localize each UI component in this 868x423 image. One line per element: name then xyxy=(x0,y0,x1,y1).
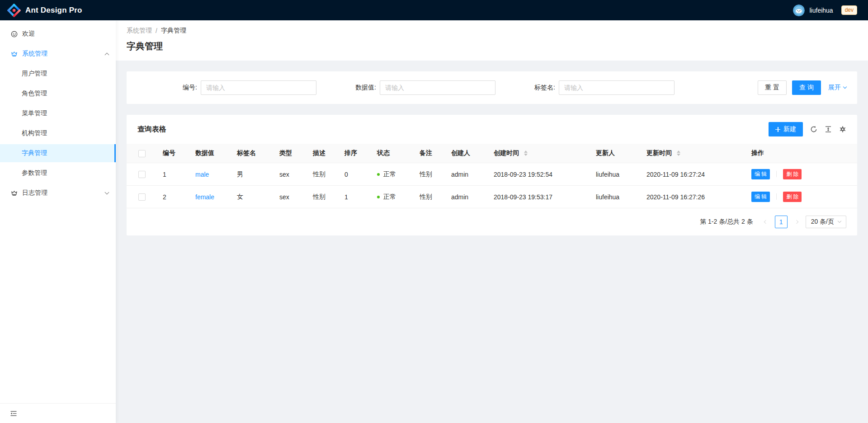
prev-page-button[interactable] xyxy=(760,216,771,228)
breadcrumb-separator: / xyxy=(156,27,157,34)
status-badge: 正常 xyxy=(377,170,405,179)
column-height-icon[interactable] xyxy=(825,126,832,133)
table-row: 1 male 男 sex 性别 0 正常 性别 admin 2018-0 xyxy=(127,163,857,186)
action-divider xyxy=(776,193,777,200)
sidebar-item-param-mgmt[interactable]: 参数管理 xyxy=(0,164,116,182)
user-name[interactable]: liufeihua xyxy=(809,7,833,14)
menu-fold-icon[interactable] xyxy=(10,410,17,417)
tag-input[interactable] xyxy=(559,80,675,95)
cell-creator: admin xyxy=(444,186,486,208)
sidebar-item-role-mgmt[interactable]: 角色管理 xyxy=(0,85,116,103)
reload-icon[interactable] xyxy=(810,126,817,133)
col-status: 状态 xyxy=(370,144,412,163)
select-all-checkbox[interactable] xyxy=(138,150,146,157)
breadcrumb-current: 字典管理 xyxy=(161,27,186,35)
col-created-sortable[interactable]: 创建时间 xyxy=(486,144,589,163)
table-header-row: 编号 数据值 标签名 类型 描述 排序 状态 备注 创建人 创建时间 xyxy=(127,144,857,163)
sidebar-item-label: 欢迎 xyxy=(22,30,35,38)
sidebar-item-label: 字典管理 xyxy=(22,149,47,157)
cell-updated: 2020-11-09 16:27:24 xyxy=(639,163,744,186)
field-label-id: 编号: xyxy=(137,84,201,92)
sidebar-item-dict-mgmt[interactable]: 字典管理 xyxy=(0,144,116,162)
sidebar-item-log-mgmt[interactable]: 日志管理 xyxy=(0,184,116,202)
cell-created: 2018-09-23 19:52:54 xyxy=(486,163,589,186)
row-checkbox[interactable] xyxy=(138,171,146,178)
col-creator: 创建人 xyxy=(444,144,486,163)
sidebar-item-org-mgmt[interactable]: 机构管理 xyxy=(0,124,116,142)
user-avatar[interactable] xyxy=(793,5,805,16)
chevron-down-icon xyxy=(838,219,841,222)
chevron-down-icon xyxy=(843,85,847,88)
status-dot-icon xyxy=(377,196,380,198)
cell-updater: liufeihua xyxy=(589,163,639,186)
sidebar-item-label: 用户管理 xyxy=(22,70,47,78)
cell-tag: 女 xyxy=(230,186,272,208)
sorter-icon xyxy=(524,150,528,156)
next-page-button[interactable] xyxy=(791,216,802,228)
search-form-card: 编号: 数据值: 标签名: 重 置 查 询 展开 xyxy=(127,71,857,104)
page-number-1[interactable]: 1 xyxy=(775,216,788,228)
col-desc: 描述 xyxy=(306,144,337,163)
cell-tag: 男 xyxy=(230,163,272,186)
pagination: 第 1-2 条/总共 2 条 1 20 条/页 xyxy=(127,208,857,235)
value-link[interactable]: male xyxy=(195,171,209,178)
edit-button[interactable]: 编 辑 xyxy=(751,192,770,202)
cell-type: sex xyxy=(272,186,306,208)
cell-type: sex xyxy=(272,163,306,186)
value-link[interactable]: female xyxy=(195,193,214,201)
expand-toggle[interactable]: 展开 xyxy=(828,84,846,92)
ant-design-logo-icon xyxy=(7,4,21,17)
sidebar-item-user-mgmt[interactable]: 用户管理 xyxy=(0,65,116,83)
sidebar-item-welcome[interactable]: 欢迎 xyxy=(0,25,116,43)
crown-icon xyxy=(11,51,18,57)
cell-id: 2 xyxy=(156,186,188,208)
col-created-label: 创建时间 xyxy=(494,149,519,156)
col-type: 类型 xyxy=(272,144,306,163)
search-field-id: 编号: xyxy=(137,80,316,95)
sidebar-item-label: 菜单管理 xyxy=(22,109,47,118)
col-updated-sortable[interactable]: 更新时间 xyxy=(639,144,744,163)
page-size-value: 20 条/页 xyxy=(811,218,834,226)
smile-icon xyxy=(11,31,18,38)
action-divider xyxy=(776,171,777,177)
logo-area[interactable]: Ant Design Pro xyxy=(7,4,82,17)
search-field-tag: 标签名: xyxy=(495,80,675,95)
col-value: 数据值 xyxy=(188,144,230,163)
edit-button[interactable]: 编 辑 xyxy=(751,169,770,179)
row-checkbox[interactable] xyxy=(138,193,146,201)
cell-created: 2018-09-23 19:53:17 xyxy=(486,186,589,208)
new-button[interactable]: 新建 xyxy=(769,122,803,136)
pagination-total: 第 1-2 条/总共 2 条 xyxy=(700,218,753,226)
delete-button[interactable]: 删 除 xyxy=(783,192,802,202)
cell-updated: 2020-11-09 16:27:26 xyxy=(639,186,744,208)
table-row: 2 female 女 sex 性别 1 正常 性别 admin 2018 xyxy=(127,186,857,208)
sidebar-item-menu-mgmt[interactable]: 菜单管理 xyxy=(0,104,116,122)
col-actions: 操作 xyxy=(744,144,857,163)
page-header: 系统管理 / 字典管理 字典管理 xyxy=(116,20,868,61)
delete-button[interactable]: 删 除 xyxy=(783,169,802,179)
col-updater: 更新人 xyxy=(589,144,639,163)
page-size-select[interactable]: 20 条/页 xyxy=(806,216,846,228)
sidebar-item-system[interactable]: 系统管理 xyxy=(0,45,116,63)
sorter-icon xyxy=(677,150,680,156)
breadcrumb-parent[interactable]: 系统管理 xyxy=(127,27,152,35)
reset-button[interactable]: 重 置 xyxy=(758,80,787,95)
field-label-value: 数据值: xyxy=(316,84,380,92)
status-dot-icon xyxy=(377,173,380,176)
app-title: Ant Design Pro xyxy=(25,6,82,15)
sidebar-footer xyxy=(0,403,116,423)
cell-remark: 性别 xyxy=(412,186,444,208)
sidebar-item-label: 日志管理 xyxy=(22,189,47,197)
field-label-tag: 标签名: xyxy=(495,84,559,92)
chevron-down-icon xyxy=(105,191,108,195)
dictionary-table: 编号 数据值 标签名 类型 描述 排序 状态 备注 创建人 创建时间 xyxy=(127,144,857,208)
query-button[interactable]: 查 询 xyxy=(792,80,821,95)
col-sort: 排序 xyxy=(337,144,370,163)
sidebar-item-label: 角色管理 xyxy=(22,89,47,98)
id-input[interactable] xyxy=(201,80,316,95)
search-field-value: 数据值: xyxy=(316,80,495,95)
top-bar: Ant Design Pro liufeihua dev xyxy=(0,0,868,20)
settings-gear-icon[interactable] xyxy=(839,126,846,133)
env-tag-badge: dev xyxy=(841,5,857,15)
value-input[interactable] xyxy=(380,80,495,95)
